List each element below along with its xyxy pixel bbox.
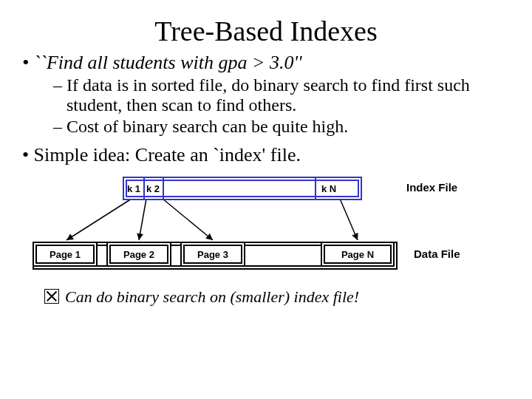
index-file-label: Index File [406, 181, 457, 194]
svg-line-2 [163, 199, 213, 240]
data-page-1: Page 1 [33, 242, 98, 267]
slide-title: Tree-Based Indexes [0, 15, 532, 47]
bullet-simple-idea: • Simple idea: Create an `index' file. [22, 144, 510, 166]
data-file-label: Data File [414, 248, 460, 260]
data-page-N: Page N [321, 242, 395, 267]
data-page-2: Page 2 [106, 242, 171, 267]
index-diagram: k 1 k 2 k N Index File Page 1 Page 2 Pag… [30, 174, 502, 284]
svg-line-3 [340, 199, 358, 240]
bullet-query: • ``Find all students with gpa > 3.0'' [22, 52, 510, 74]
index-file-box: k 1 k 2 k N [123, 177, 362, 200]
footnote-text: Can do binary search on (smaller) index … [65, 287, 359, 306]
sub-cost: – Cost of binary search can be quite hig… [66, 117, 488, 137]
svg-line-0 [66, 199, 132, 240]
index-cell-kN: k N [315, 178, 341, 199]
sub-sorted-file: – If data is in sorted file, do binary s… [66, 75, 488, 115]
star-icon [44, 289, 59, 304]
footnote: Can do binary search on (smaller) index … [44, 287, 510, 307]
index-cell-k1: k 1 [124, 178, 145, 199]
index-cell-k2: k 2 [143, 178, 164, 199]
svg-line-1 [139, 199, 146, 240]
data-page-3: Page 3 [180, 242, 245, 267]
